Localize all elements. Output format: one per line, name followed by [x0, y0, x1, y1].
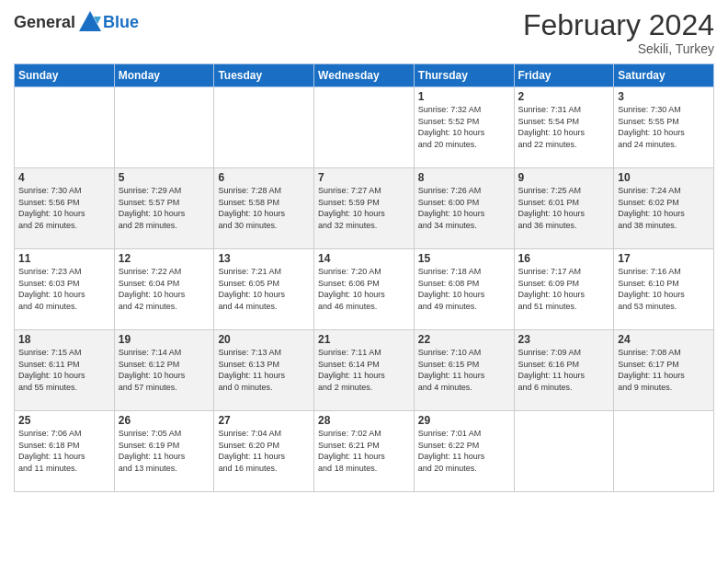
- day-info: Sunrise: 7:01 AMSunset: 6:22 PMDaylight:…: [418, 428, 510, 474]
- day-info: Sunrise: 7:02 AMSunset: 6:21 PMDaylight:…: [318, 428, 410, 474]
- day-cell: 19Sunrise: 7:14 AMSunset: 6:12 PMDayligh…: [114, 330, 214, 411]
- week-row-3: 11Sunrise: 7:23 AMSunset: 6:03 PMDayligh…: [15, 249, 714, 330]
- day-info: Sunrise: 7:22 AMSunset: 6:04 PMDaylight:…: [119, 266, 210, 312]
- day-number: 13: [218, 252, 310, 265]
- day-number: 6: [218, 171, 310, 184]
- day-info: Sunrise: 7:25 AMSunset: 6:01 PMDaylight:…: [518, 185, 610, 231]
- day-number: 4: [18, 171, 110, 184]
- day-info: Sunrise: 7:24 AMSunset: 6:02 PMDaylight:…: [618, 185, 710, 231]
- location: Sekili, Turkey: [523, 41, 714, 56]
- day-number: 27: [218, 414, 310, 427]
- day-number: 18: [18, 333, 110, 346]
- day-cell: 8Sunrise: 7:26 AMSunset: 6:00 PMDaylight…: [414, 168, 514, 249]
- day-info: Sunrise: 7:16 AMSunset: 6:10 PMDaylight:…: [618, 266, 710, 312]
- day-number: 1: [418, 90, 510, 103]
- day-info: Sunrise: 7:23 AMSunset: 6:03 PMDaylight:…: [18, 266, 110, 312]
- day-cell: 29Sunrise: 7:01 AMSunset: 6:22 PMDayligh…: [414, 411, 514, 492]
- day-cell: 16Sunrise: 7:17 AMSunset: 6:09 PMDayligh…: [514, 249, 614, 330]
- week-row-5: 25Sunrise: 7:06 AMSunset: 6:18 PMDayligh…: [15, 411, 714, 492]
- day-cell: 15Sunrise: 7:18 AMSunset: 6:08 PMDayligh…: [414, 249, 514, 330]
- day-info: Sunrise: 7:32 AMSunset: 5:52 PMDaylight:…: [418, 104, 510, 150]
- day-cell: [114, 87, 214, 168]
- day-number: 11: [18, 252, 110, 265]
- col-sunday: Sunday: [15, 64, 115, 87]
- day-info: Sunrise: 7:11 AMSunset: 6:14 PMDaylight:…: [318, 347, 410, 393]
- day-number: 21: [318, 333, 410, 346]
- day-number: 23: [518, 333, 610, 346]
- day-number: 10: [618, 171, 710, 184]
- day-info: Sunrise: 7:20 AMSunset: 6:06 PMDaylight:…: [318, 266, 410, 312]
- col-tuesday: Tuesday: [214, 64, 314, 87]
- day-number: 7: [318, 171, 410, 184]
- day-info: Sunrise: 7:30 AMSunset: 5:56 PMDaylight:…: [18, 185, 110, 231]
- day-info: Sunrise: 7:09 AMSunset: 6:16 PMDaylight:…: [518, 347, 610, 393]
- day-cell: 27Sunrise: 7:04 AMSunset: 6:20 PMDayligh…: [214, 411, 314, 492]
- day-cell: 9Sunrise: 7:25 AMSunset: 6:01 PMDaylight…: [514, 168, 614, 249]
- day-info: Sunrise: 7:21 AMSunset: 6:05 PMDaylight:…: [218, 266, 310, 312]
- col-monday: Monday: [114, 64, 214, 87]
- day-info: Sunrise: 7:15 AMSunset: 6:11 PMDaylight:…: [18, 347, 110, 393]
- day-number: 17: [618, 252, 710, 265]
- day-number: 29: [418, 414, 510, 427]
- day-number: 25: [18, 414, 110, 427]
- week-row-2: 4Sunrise: 7:30 AMSunset: 5:56 PMDaylight…: [15, 168, 714, 249]
- day-cell: 20Sunrise: 7:13 AMSunset: 6:13 PMDayligh…: [214, 330, 314, 411]
- day-info: Sunrise: 7:13 AMSunset: 6:13 PMDaylight:…: [218, 347, 310, 393]
- col-friday: Friday: [514, 64, 614, 87]
- day-number: 14: [318, 252, 410, 265]
- day-cell: [514, 411, 614, 492]
- day-cell: 14Sunrise: 7:20 AMSunset: 6:06 PMDayligh…: [314, 249, 415, 330]
- day-cell: 26Sunrise: 7:05 AMSunset: 6:19 PMDayligh…: [114, 411, 214, 492]
- col-wednesday: Wednesday: [314, 64, 415, 87]
- logo-icon: [77, 9, 103, 35]
- day-cell: 18Sunrise: 7:15 AMSunset: 6:11 PMDayligh…: [15, 330, 115, 411]
- day-cell: 25Sunrise: 7:06 AMSunset: 6:18 PMDayligh…: [15, 411, 115, 492]
- day-cell: [314, 87, 415, 168]
- day-number: 12: [119, 252, 210, 265]
- col-thursday: Thursday: [414, 64, 514, 87]
- day-number: 9: [518, 171, 610, 184]
- day-cell: 1Sunrise: 7:32 AMSunset: 5:52 PMDaylight…: [414, 87, 514, 168]
- day-cell: 22Sunrise: 7:10 AMSunset: 6:15 PMDayligh…: [414, 330, 514, 411]
- day-info: Sunrise: 7:14 AMSunset: 6:12 PMDaylight:…: [119, 347, 210, 393]
- day-cell: 12Sunrise: 7:22 AMSunset: 6:04 PMDayligh…: [114, 249, 214, 330]
- day-cell: 2Sunrise: 7:31 AMSunset: 5:54 PMDaylight…: [514, 87, 614, 168]
- day-number: 22: [418, 333, 510, 346]
- day-number: 28: [318, 414, 410, 427]
- title-section: February 2024 Sekili, Turkey: [523, 9, 714, 56]
- logo-blue-text: Blue: [103, 13, 139, 32]
- day-info: Sunrise: 7:31 AMSunset: 5:54 PMDaylight:…: [518, 104, 610, 150]
- day-info: Sunrise: 7:28 AMSunset: 5:58 PMDaylight:…: [218, 185, 310, 231]
- day-number: 16: [518, 252, 610, 265]
- header: General Blue February 2024 Sekili, Turke…: [14, 9, 714, 56]
- main-container: General Blue February 2024 Sekili, Turke…: [0, 0, 728, 497]
- day-info: Sunrise: 7:10 AMSunset: 6:15 PMDaylight:…: [418, 347, 510, 393]
- day-cell: 3Sunrise: 7:30 AMSunset: 5:55 PMDaylight…: [614, 87, 714, 168]
- day-cell: 11Sunrise: 7:23 AMSunset: 6:03 PMDayligh…: [15, 249, 115, 330]
- day-info: Sunrise: 7:17 AMSunset: 6:09 PMDaylight:…: [518, 266, 610, 312]
- logo: General Blue: [14, 9, 139, 35]
- day-number: 15: [418, 252, 510, 265]
- month-title: February 2024: [523, 9, 714, 41]
- day-cell: 21Sunrise: 7:11 AMSunset: 6:14 PMDayligh…: [314, 330, 415, 411]
- day-cell: [15, 87, 115, 168]
- day-cell: [214, 87, 314, 168]
- day-cell: 6Sunrise: 7:28 AMSunset: 5:58 PMDaylight…: [214, 168, 314, 249]
- day-number: 24: [618, 333, 710, 346]
- day-info: Sunrise: 7:27 AMSunset: 5:59 PMDaylight:…: [318, 185, 410, 231]
- day-number: 8: [418, 171, 510, 184]
- day-cell: 7Sunrise: 7:27 AMSunset: 5:59 PMDaylight…: [314, 168, 415, 249]
- day-info: Sunrise: 7:26 AMSunset: 6:00 PMDaylight:…: [418, 185, 510, 231]
- day-number: 20: [218, 333, 310, 346]
- day-cell: 4Sunrise: 7:30 AMSunset: 5:56 PMDaylight…: [15, 168, 115, 249]
- header-row: Sunday Monday Tuesday Wednesday Thursday…: [15, 64, 714, 87]
- calendar-body: 1Sunrise: 7:32 AMSunset: 5:52 PMDaylight…: [15, 87, 714, 492]
- calendar-table: Sunday Monday Tuesday Wednesday Thursday…: [14, 63, 714, 492]
- day-info: Sunrise: 7:08 AMSunset: 6:17 PMDaylight:…: [618, 347, 710, 393]
- day-info: Sunrise: 7:04 AMSunset: 6:20 PMDaylight:…: [218, 428, 310, 474]
- day-cell: 10Sunrise: 7:24 AMSunset: 6:02 PMDayligh…: [614, 168, 714, 249]
- day-info: Sunrise: 7:29 AMSunset: 5:57 PMDaylight:…: [119, 185, 210, 231]
- day-number: 2: [518, 90, 610, 103]
- day-number: 26: [119, 414, 210, 427]
- day-cell: 24Sunrise: 7:08 AMSunset: 6:17 PMDayligh…: [614, 330, 714, 411]
